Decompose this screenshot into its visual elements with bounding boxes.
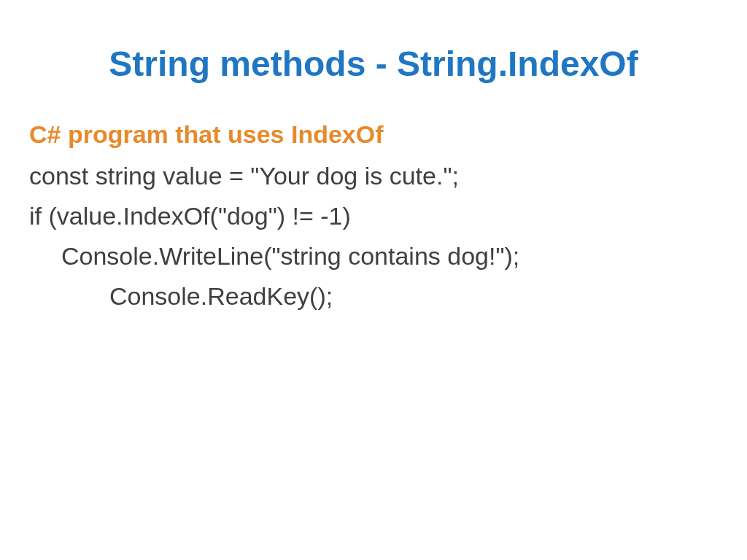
code-line-3: Console.WriteLine("string contains dog!"… <box>29 238 718 275</box>
code-line-2: if (value.IndexOf("dog") != -1) <box>29 198 718 235</box>
code-line-1: const string value = "Your dog is cute."… <box>29 158 718 195</box>
slide-title: String methods - String.IndexOf <box>29 44 718 84</box>
subtitle: C# program that uses IndexOf <box>29 120 718 149</box>
code-line-4: Console.ReadKey(); <box>29 278 718 315</box>
